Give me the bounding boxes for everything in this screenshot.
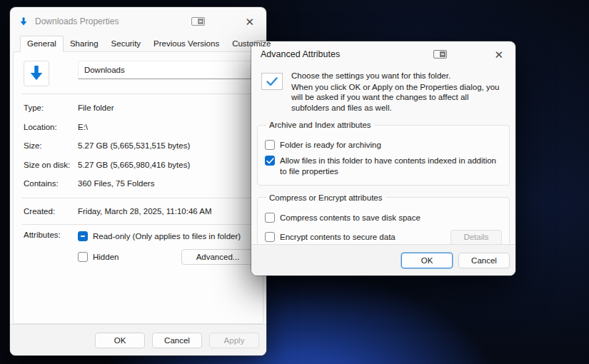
hidden-checkbox[interactable] xyxy=(78,252,88,262)
ok-button[interactable]: OK xyxy=(95,333,145,348)
size-label: Size: xyxy=(24,141,78,150)
desktop-wallpaper: Downloads Properties ✕ General Sharing S… xyxy=(0,0,589,364)
intro-line1: Choose the settings you want for this fo… xyxy=(291,71,505,80)
general-tab-panel: Type: File folder Location: E:\ Size: 5.… xyxy=(13,51,263,324)
intro-line2: When you click OK or Apply on the Proper… xyxy=(291,82,505,113)
hidden-option[interactable]: Hidden xyxy=(78,251,119,263)
archiving-option[interactable]: Folder is ready for archiving xyxy=(265,140,502,151)
type-row: Type: File folder xyxy=(24,98,254,118)
size-on-disk-label: Size on disk: xyxy=(24,161,78,169)
size-on-disk-row: Size on disk: 5.27 GB (5,665,980,416 byt… xyxy=(24,156,254,175)
compress-checkbox[interactable] xyxy=(265,213,275,223)
advanced-dialog-footer: OK Cancel xyxy=(251,244,515,275)
created-value: Friday, March 28, 2025, 11:10:46 AM xyxy=(78,207,212,216)
download-arrow-icon xyxy=(19,17,28,26)
advanced-attributes-dialog: Advanced Attributes ✕ Choose the setting… xyxy=(251,41,515,275)
archive-index-group: Archive and Index attributes Folder is r… xyxy=(257,121,510,186)
main-titlebar[interactable]: Downloads Properties ✕ xyxy=(10,7,266,36)
index-contents-checkbox[interactable] xyxy=(265,156,275,166)
location-row: Location: E:\ xyxy=(24,118,254,137)
advanced-intro: Choose the settings you want for this fo… xyxy=(251,64,515,113)
size-on-disk-value: 5.27 GB (5,665,980,416 bytes) xyxy=(78,161,190,169)
cancel-button[interactable]: Cancel xyxy=(152,333,202,348)
location-label: Location: xyxy=(24,123,78,131)
apply-button[interactable]: Apply xyxy=(209,333,259,348)
tab-customize[interactable]: Customize xyxy=(226,36,277,51)
main-dialog-title: Downloads Properties xyxy=(35,16,119,26)
archiving-checkbox[interactable] xyxy=(265,140,275,150)
contains-value: 360 Files, 75 Folders xyxy=(78,179,154,188)
size-row: Size: 5.27 GB (5,665,531,515 bytes) xyxy=(24,136,254,156)
divider xyxy=(22,224,254,225)
contains-label: Contains: xyxy=(24,179,78,188)
advanced-button[interactable]: Advanced... xyxy=(181,249,254,265)
advanced-cancel-button[interactable]: Cancel xyxy=(458,253,510,268)
attributes-label: Attributes: xyxy=(24,231,78,265)
index-contents-option[interactable]: Allow files in this folder to have conte… xyxy=(265,156,502,177)
compress-option[interactable]: Compress contents to save disk space xyxy=(265,213,502,223)
downloads-properties-dialog: Downloads Properties ✕ General Sharing S… xyxy=(10,7,266,355)
folder-name-row xyxy=(24,61,254,86)
keyboard-icon xyxy=(433,50,447,59)
folder-icon-box xyxy=(24,61,49,86)
tab-security[interactable]: Security xyxy=(105,36,148,51)
archiving-label: Folder is ready for archiving xyxy=(280,140,381,151)
size-value: 5.27 GB (5,665,531,515 bytes) xyxy=(78,141,190,150)
created-row: Created: Friday, March 28, 2025, 11:10:4… xyxy=(24,202,254,221)
encrypt-option[interactable]: Encrypt contents to secure data xyxy=(265,232,396,243)
divider xyxy=(22,93,254,94)
close-icon[interactable]: ✕ xyxy=(242,15,257,29)
attributes-block: Attributes: Read-only (Only applies to f… xyxy=(24,231,254,265)
tab-sharing[interactable]: Sharing xyxy=(64,36,105,51)
readonly-checkbox[interactable] xyxy=(78,231,88,241)
compress-encrypt-group-title: Compress or Encrypt attributes xyxy=(266,193,386,202)
index-contents-label: Allow files in this folder to have conte… xyxy=(280,156,502,177)
close-icon[interactable]: ✕ xyxy=(491,48,506,61)
readonly-option[interactable]: Read-only (Only applies to files in fold… xyxy=(78,231,254,242)
type-label: Type: xyxy=(24,103,78,112)
compress-label: Compress contents to save disk space xyxy=(280,213,421,223)
encrypt-label: Encrypt contents to secure data xyxy=(280,232,396,243)
readonly-label: Read-only (Only applies to files in fold… xyxy=(93,232,241,241)
main-dialog-footer: OK Cancel Apply xyxy=(10,324,266,355)
created-label: Created: xyxy=(24,207,78,216)
hidden-label: Hidden xyxy=(93,253,119,261)
properties-tab-strip: General Sharing Security Previous Versio… xyxy=(10,36,266,51)
encrypt-checkbox[interactable] xyxy=(265,232,275,242)
advanced-titlebar[interactable]: Advanced Attributes ✕ xyxy=(251,41,515,64)
type-value: File folder xyxy=(78,103,114,112)
contains-row: Contains: 360 Files, 75 Folders xyxy=(24,174,254,193)
folder-name-input[interactable] xyxy=(78,61,254,79)
tab-previous-versions[interactable]: Previous Versions xyxy=(147,36,226,51)
keyboard-icon xyxy=(191,17,205,26)
details-button[interactable]: Details xyxy=(450,230,502,245)
attributes-check-icon xyxy=(261,73,283,90)
divider xyxy=(22,198,254,198)
downloads-folder-icon xyxy=(29,65,44,82)
advanced-ok-button[interactable]: OK xyxy=(401,253,453,268)
archive-index-group-title: Archive and Index attributes xyxy=(266,121,374,129)
location-value: E:\ xyxy=(78,123,88,131)
tab-general[interactable]: General xyxy=(20,36,64,52)
